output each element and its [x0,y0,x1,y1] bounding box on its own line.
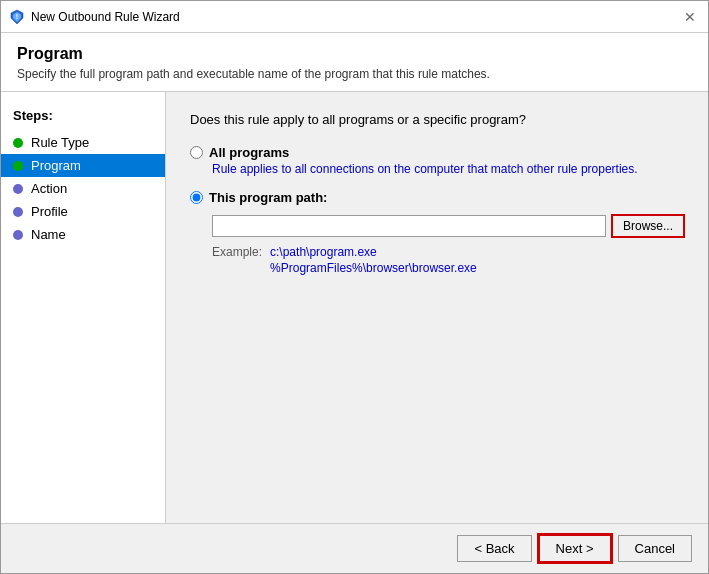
content-area: Program Specify the full program path an… [1,33,708,573]
title-bar: ! New Outbound Rule Wizard ✕ [1,1,708,33]
example-path1: c:\path\program.exe [270,245,477,259]
all-programs-radio[interactable] [190,146,203,159]
this-program-row: This program path: [190,190,684,205]
all-programs-row: All programs [190,145,684,160]
all-programs-label[interactable]: All programs [209,145,289,160]
step-dot-rule-type [13,138,23,148]
title-bar-left: ! New Outbound Rule Wizard [9,9,180,25]
steps-label: Steps: [1,104,165,131]
window-title: New Outbound Rule Wizard [31,10,180,24]
step-label-rule-type: Rule Type [31,135,89,150]
program-path-section: Browse... Example: c:\path\program.exe %… [212,211,684,275]
cancel-button[interactable]: Cancel [618,535,692,562]
wizard-window: ! New Outbound Rule Wizard ✕ Program Spe… [0,0,709,574]
app-icon: ! [9,9,25,25]
next-button[interactable]: Next > [538,534,612,563]
example-label: Example: [212,245,262,275]
example-text: Example: c:\path\program.exe %ProgramFil… [212,245,684,275]
main-body: Steps: Rule Type Program Action Profile [1,92,708,523]
this-program-option: This program path: Browse... Example: c:… [190,190,684,275]
sidebar-item-rule-type[interactable]: Rule Type [1,131,165,154]
example-path2: %ProgramFiles%\browser\browser.exe [270,261,477,275]
program-path-input[interactable] [212,215,606,237]
this-program-radio[interactable] [190,191,203,204]
all-programs-desc: Rule applies to all connections on the c… [212,162,684,176]
right-panel: Does this rule apply to all programs or … [166,92,708,523]
sidebar-item-name[interactable]: Name [1,223,165,246]
close-button[interactable]: ✕ [680,7,700,27]
page-title: Program [17,45,692,63]
svg-text:!: ! [16,13,18,20]
example-paths: c:\path\program.exe %ProgramFiles%\brows… [270,245,477,275]
all-programs-option: All programs Rule applies to all connect… [190,145,684,176]
step-label-profile: Profile [31,204,68,219]
footer: < Back Next > Cancel [1,523,708,573]
sidebar-item-profile[interactable]: Profile [1,200,165,223]
step-label-program: Program [31,158,81,173]
step-dot-profile [13,207,23,217]
browse-button[interactable]: Browse... [612,215,684,237]
question-text: Does this rule apply to all programs or … [190,112,684,127]
page-subtitle: Specify the full program path and execut… [17,67,692,81]
program-path-row: Browse... [212,215,684,237]
this-program-label[interactable]: This program path: [209,190,327,205]
step-label-action: Action [31,181,67,196]
sidebar-item-program[interactable]: Program [1,154,165,177]
step-dot-action [13,184,23,194]
sidebar: Steps: Rule Type Program Action Profile [1,92,166,523]
sidebar-item-action[interactable]: Action [1,177,165,200]
step-label-name: Name [31,227,66,242]
step-dot-program [13,161,23,171]
back-button[interactable]: < Back [457,535,531,562]
header-section: Program Specify the full program path an… [1,33,708,92]
step-dot-name [13,230,23,240]
radio-group: All programs Rule applies to all connect… [190,145,684,275]
